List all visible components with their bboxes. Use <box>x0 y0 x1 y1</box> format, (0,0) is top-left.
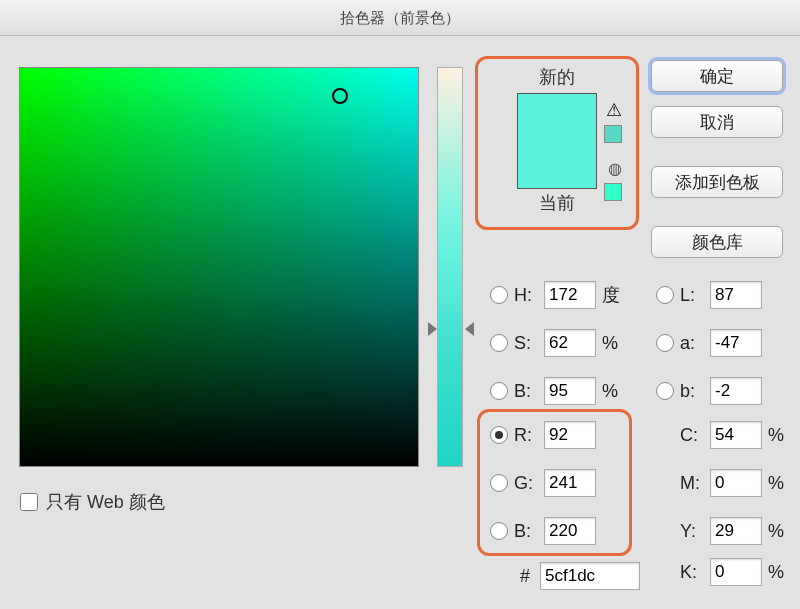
hue-slider[interactable] <box>437 67 463 467</box>
radio-l[interactable] <box>656 286 674 304</box>
input-g[interactable] <box>544 469 596 497</box>
label-h: H: <box>514 285 538 306</box>
input-a[interactable] <box>710 329 762 357</box>
input-c[interactable] <box>710 421 762 449</box>
input-k[interactable] <box>710 558 762 586</box>
input-hex[interactable] <box>540 562 640 590</box>
ok-button[interactable]: 确定 <box>651 60 783 92</box>
field-l-row: L: <box>656 281 762 309</box>
label-a: a: <box>680 333 704 354</box>
label-m: M: <box>680 473 704 494</box>
label-lab-b: b: <box>680 381 704 402</box>
label-hex: # <box>520 566 534 587</box>
window-title: 拾色器（前景色） <box>0 0 800 36</box>
unit-c: % <box>768 425 790 446</box>
label-b: B: <box>514 521 538 542</box>
unit-k: % <box>768 562 790 583</box>
field-a-row: a: <box>656 329 762 357</box>
gamut-warning-icon[interactable]: ⚠︎ <box>606 99 622 121</box>
input-m[interactable] <box>710 469 762 497</box>
radio-s[interactable] <box>490 334 508 352</box>
label-r: R: <box>514 425 538 446</box>
input-y[interactable] <box>710 517 762 545</box>
only-web-colors-row[interactable]: 只有 Web 颜色 <box>20 490 165 514</box>
input-h[interactable] <box>544 281 596 309</box>
unit-h: 度 <box>602 283 624 307</box>
input-b[interactable] <box>544 517 596 545</box>
hue-slider-handle-right-icon[interactable] <box>465 322 474 336</box>
hue-slider-handle-left-icon[interactable] <box>428 322 437 336</box>
field-m-row: M: % <box>656 469 790 497</box>
cancel-button[interactable]: 取消 <box>651 106 783 138</box>
field-h-row: H: 度 <box>490 281 624 309</box>
color-field[interactable] <box>19 67 419 467</box>
input-r[interactable] <box>544 421 596 449</box>
field-lab-b-row: b: <box>656 377 762 405</box>
label-s: S: <box>514 333 538 354</box>
unit-m: % <box>768 473 790 494</box>
color-field-cursor <box>332 88 348 104</box>
label-l: L: <box>680 285 704 306</box>
color-swatch-pair <box>517 93 597 189</box>
label-c: C: <box>680 425 704 446</box>
field-c-row: C: % <box>656 421 790 449</box>
input-s[interactable] <box>544 329 596 357</box>
field-r-row: R: <box>490 421 596 449</box>
radio-b[interactable] <box>490 522 508 540</box>
label-g: G: <box>514 473 538 494</box>
field-b-row: B: <box>490 517 596 545</box>
radio-a[interactable] <box>656 334 674 352</box>
radio-g[interactable] <box>490 474 508 492</box>
preview-group: 新的 当前 ⚠︎ ◍ <box>475 56 639 230</box>
label-y: Y: <box>680 521 704 542</box>
only-web-colors-checkbox[interactable] <box>20 493 38 511</box>
unit-y: % <box>768 521 790 542</box>
preview-new-label: 新的 <box>478 65 636 89</box>
only-web-colors-label: 只有 Web 颜色 <box>46 490 165 514</box>
add-to-swatches-button[interactable]: 添加到色板 <box>651 166 783 198</box>
radio-h[interactable] <box>490 286 508 304</box>
radio-brightness[interactable] <box>490 382 508 400</box>
unit-brightness: % <box>602 381 624 402</box>
current-color-swatch[interactable] <box>518 141 596 188</box>
web-safe-nearest-swatch[interactable] <box>604 183 622 201</box>
field-k-row: K: % <box>656 558 790 586</box>
field-g-row: G: <box>490 469 596 497</box>
radio-lab-b[interactable] <box>656 382 674 400</box>
field-hex-row: # <box>520 562 640 590</box>
label-brightness: B: <box>514 381 538 402</box>
input-brightness[interactable] <box>544 377 596 405</box>
field-s-row: S: % <box>490 329 624 357</box>
input-lab-b[interactable] <box>710 377 762 405</box>
field-brightness-row: B: % <box>490 377 624 405</box>
input-l[interactable] <box>710 281 762 309</box>
gamut-nearest-swatch[interactable] <box>604 125 622 143</box>
color-libraries-button[interactable]: 颜色库 <box>651 226 783 258</box>
radio-r[interactable] <box>490 426 508 444</box>
unit-s: % <box>602 333 624 354</box>
field-y-row: Y: % <box>656 517 790 545</box>
new-color-swatch[interactable] <box>518 94 596 141</box>
non-web-safe-icon[interactable]: ◍ <box>608 159 622 178</box>
label-k: K: <box>680 562 704 583</box>
